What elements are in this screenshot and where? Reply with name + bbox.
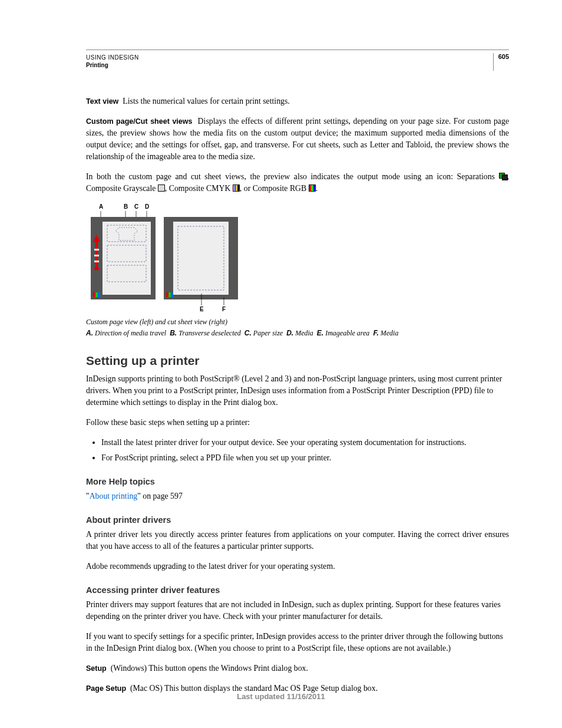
figure-caption: Custom page view (left) and cut sheet vi…: [86, 317, 509, 327]
list-item: For PostScript printing, select a PPD fi…: [101, 452, 509, 464]
separations-icon: [499, 173, 507, 180]
list-item: Install the latest printer driver for yo…: [101, 437, 509, 449]
label-c: C: [134, 203, 138, 212]
key-d-text: Media: [295, 329, 313, 337]
running-title: USING INDESIGN: [86, 54, 509, 61]
text: , Composite CMYK: [165, 184, 233, 193]
key-b: B.: [170, 329, 177, 337]
key-a-text: Direction of media travel: [95, 329, 166, 337]
page: 605 USING INDESIGN Printing Text view Li…: [0, 0, 562, 728]
key-e: E.: [317, 329, 323, 337]
heading-driver-features: Accessing printer driver features: [86, 584, 509, 597]
drivers-p1: A printer driver lets you directly acces…: [86, 529, 509, 552]
key-f-text: Media: [381, 329, 399, 337]
key-d: D.: [286, 329, 293, 337]
rgb-icon: [309, 185, 316, 192]
features-p1: Printer drivers may support features tha…: [86, 599, 509, 622]
svg-rect-12: [94, 261, 99, 262]
cmyk-icon: [233, 185, 240, 192]
grayscale-icon: [158, 185, 165, 192]
label-d: D: [145, 203, 149, 212]
heading-more-help: More Help topics: [86, 476, 509, 488]
link-about-printing[interactable]: About printing: [90, 492, 138, 500]
key-e-text: Imageable area: [325, 329, 369, 337]
figure-bottom-labels: E F: [86, 305, 509, 314]
svg-rect-16: [95, 292, 98, 297]
drivers-p2: Adobe recommends upgrading to the latest…: [86, 561, 509, 572]
running-section: Printing: [86, 62, 509, 68]
svg-rect-5: [103, 222, 151, 295]
figure-svg: [86, 211, 239, 305]
svg-rect-23: [171, 292, 173, 297]
svg-rect-22: [168, 292, 171, 297]
more-help-tail: " on page 597: [137, 492, 183, 500]
term-label: Custom page/Cut sheet views: [86, 117, 192, 126]
key-f: F.: [373, 329, 378, 337]
heading-about-drivers: About printer drivers: [86, 514, 509, 526]
def-custom-view: Custom page/Cut sheet views Displays the…: [86, 116, 509, 163]
svg-rect-14: [94, 249, 99, 251]
svg-rect-21: [166, 292, 168, 297]
label-f: F: [222, 305, 226, 314]
svg-rect-15: [93, 292, 95, 297]
footer-last-updated: Last updated 11/16/2011: [0, 692, 562, 701]
key-a: A.: [86, 329, 93, 337]
steps-lead: Follow these basic steps when setting up…: [86, 417, 509, 429]
key-c-text: Paper size: [253, 329, 283, 337]
term-label: Setup: [86, 664, 107, 673]
steps-list: Install the latest printer driver for yo…: [86, 437, 509, 464]
heading-setting-up-printer: Setting up a printer: [86, 352, 509, 370]
label-a: A: [99, 203, 103, 212]
def-setup: Setup (Windows) This button opens the Wi…: [86, 663, 509, 674]
section-intro: InDesign supports printing to both PostS…: [86, 373, 509, 409]
figure-key: A. Direction of media travel B. Transver…: [86, 328, 509, 338]
header-rule: [86, 50, 509, 50]
figure-top-labels: A B C D: [86, 203, 509, 211]
svg-rect-11: [94, 268, 99, 270]
term-label: Text view: [86, 97, 118, 106]
key-c: C.: [244, 329, 252, 337]
term-body: Lists the numerical values for certain p…: [123, 97, 290, 106]
text: , or Composite RGB: [240, 184, 309, 193]
svg-rect-17: [98, 292, 100, 297]
more-help-line: "About printing" on page 597: [86, 490, 509, 502]
label-b: B: [124, 203, 128, 212]
label-e: E: [200, 305, 204, 314]
features-p2: If you want to specify settings for a sp…: [86, 631, 509, 654]
svg-rect-13: [94, 255, 99, 256]
def-text-view: Text view Lists the numerical values for…: [86, 95, 509, 107]
page-number: 605: [493, 53, 509, 71]
figure: A B C D: [86, 203, 509, 339]
key-b-text: Transverse deselected: [178, 329, 241, 337]
svg-rect-19: [173, 222, 229, 295]
text: In both the custom page and cut sheet vi…: [86, 172, 499, 181]
text: .: [316, 184, 318, 193]
icons-paragraph: In both the custom page and cut sheet vi…: [86, 171, 509, 195]
content: Text view Lists the numerical values for…: [86, 95, 509, 694]
term-body: (Windows) This button opens the Windows …: [111, 664, 308, 673]
